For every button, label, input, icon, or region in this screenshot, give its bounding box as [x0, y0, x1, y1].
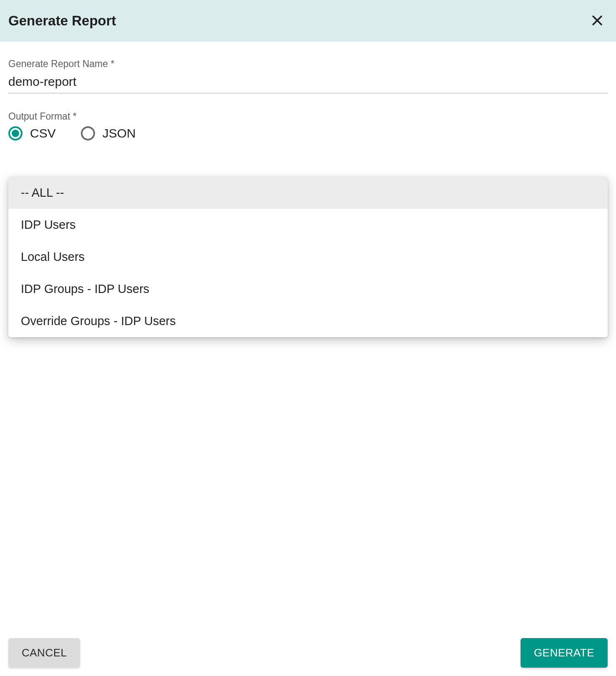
radio-unselected-icon	[81, 126, 95, 140]
dropdown-option-idp-users[interactable]: IDP Users	[8, 209, 608, 241]
group-type-dropdown[interactable]: -- ALL -- IDP Users Local Users IDP Grou…	[8, 177, 608, 337]
radio-selected-icon	[8, 126, 23, 140]
radio-csv-label: CSV	[30, 126, 56, 140]
dialog-footer: CANCEL GENERATE	[8, 638, 608, 668]
dialog-header: Generate Report	[0, 0, 616, 42]
dropdown-option-local-users[interactable]: Local Users	[8, 241, 608, 273]
report-name-label: Generate Report Name *	[8, 58, 608, 70]
radio-json-label: JSON	[103, 126, 136, 140]
output-format-label: Output Format *	[8, 111, 608, 122]
close-button[interactable]	[587, 10, 608, 32]
radio-csv[interactable]: CSV	[8, 126, 56, 140]
close-icon	[590, 13, 604, 29]
group-type-label-partial	[8, 155, 608, 163]
generate-report-dialog: Generate Report Generate Report Name * O…	[0, 0, 616, 676]
dropdown-option-idp-groups-idp-users[interactable]: IDP Groups - IDP Users	[8, 273, 608, 305]
report-name-field: Generate Report Name *	[8, 58, 608, 93]
report-name-input[interactable]	[8, 72, 608, 93]
dropdown-option-all[interactable]: -- ALL --	[8, 177, 608, 209]
dropdown-option-override-groups-idp-users[interactable]: Override Groups - IDP Users	[8, 305, 608, 337]
output-format-radio-group: CSV JSON	[8, 126, 608, 140]
cancel-button[interactable]: CANCEL	[8, 638, 80, 668]
radio-json[interactable]: JSON	[81, 126, 136, 140]
generate-button[interactable]: GENERATE	[521, 638, 608, 668]
dialog-body: Generate Report Name * Output Format * C…	[0, 42, 616, 162]
output-format-field: Output Format * CSV JSON	[8, 111, 608, 140]
dialog-title: Generate Report	[8, 13, 116, 29]
